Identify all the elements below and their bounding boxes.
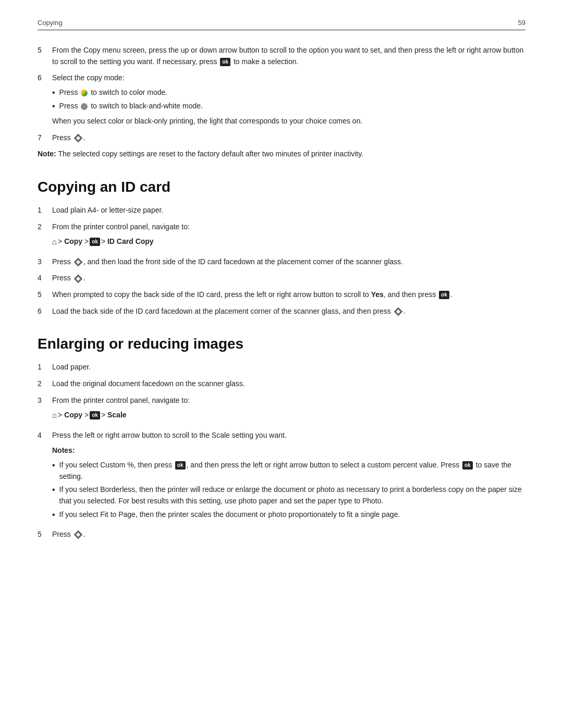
ok-button-icon: ok: [439, 291, 449, 299]
step-number: 5: [38, 289, 52, 301]
step-content: Press .: [52, 132, 525, 144]
step-number: 3: [38, 395, 52, 425]
bullet-dot: •: [52, 484, 55, 496]
step-number: 2: [38, 221, 52, 251]
notes-label: Notes:: [52, 445, 525, 456]
step-content: When prompted to copy the back side of t…: [52, 289, 525, 301]
step-number: 1: [38, 362, 52, 373]
bullet-text: If you select Fit to Page, then the prin…: [59, 509, 400, 521]
step-number: 5: [38, 529, 52, 540]
bullet-dot: •: [52, 509, 55, 521]
nav-copy: Copy: [62, 410, 84, 421]
section2-steps-list: 1 Load paper. 2 Load the original docume…: [38, 362, 525, 540]
step-content: Select the copy mode: • Press to switch …: [52, 72, 525, 127]
intro-steps-list: 5 From the Copy menu screen, press the u…: [38, 45, 525, 143]
intro-note: Note: The selected copy settings are res…: [38, 149, 525, 160]
step-number: 6: [38, 306, 52, 317]
start-icon: [394, 307, 402, 316]
ok-button-icon: ok: [90, 411, 100, 419]
step-content: From the printer control panel, navigate…: [52, 221, 525, 251]
list-item: 1 Load plain A4- or letter-size paper.: [38, 205, 525, 216]
list-item: 5 When prompted to copy the back side of…: [38, 289, 525, 301]
list-item: 6 Select the copy mode: • Press to switc…: [38, 72, 525, 127]
step-content: From the printer control panel, navigate…: [52, 395, 525, 425]
nav-idcardcopy: ID Card Copy: [105, 236, 154, 248]
start-icon: [74, 258, 82, 266]
bullet-item: • If you select Custom %, then press ok,…: [52, 460, 525, 482]
start-icon: [74, 530, 82, 539]
list-item: 5 From the Copy menu screen, press the u…: [38, 45, 525, 67]
ok-button-icon: ok: [175, 461, 186, 470]
home-icon: ⌂: [52, 409, 57, 421]
bullet-dot: •: [52, 87, 55, 98]
list-item: 6 Load the back side of the ID card face…: [38, 306, 525, 317]
list-item: 2 Load the original document facedown on…: [38, 378, 525, 390]
bullet-dot: •: [52, 101, 55, 112]
bullet-item: • If you select Fit to Page, then the pr…: [52, 509, 525, 521]
step-number: 1: [38, 205, 52, 216]
start-icon: [74, 134, 82, 142]
step-content: Load the back side of the ID card facedo…: [52, 306, 525, 317]
nav-copy: Copy: [62, 236, 84, 248]
list-item: 4 Press the left or right arrow button t…: [38, 430, 525, 524]
step-number: 3: [38, 256, 52, 268]
bullet-text: If you select Borderless, then the print…: [59, 484, 525, 507]
ok-button-icon: ok: [220, 58, 230, 66]
section1-title: Copying an ID card: [38, 179, 525, 195]
bullet-text: Press to switch to color mode.: [59, 87, 168, 98]
bullet-list: • Press to switch to color mode. • Press…: [52, 87, 525, 113]
section2-title: Enlarging or reducing images: [38, 336, 525, 352]
step-number: 5: [38, 45, 52, 67]
notes-bullet-list: • If you select Custom %, then press ok,…: [52, 460, 525, 521]
home-icon: ⌂: [52, 236, 57, 248]
section1-steps-list: 1 Load plain A4- or letter-size paper. 2…: [38, 205, 525, 317]
nav-scale: Scale: [105, 410, 126, 421]
step-content: From the Copy menu screen, press the up …: [52, 45, 525, 67]
step-number: 2: [38, 378, 52, 390]
step-number: 6: [38, 72, 52, 127]
list-item: 3 Press , and then load the front side o…: [38, 256, 525, 268]
list-item: 7 Press .: [38, 132, 525, 144]
bullet-item: • If you select Borderless, then the pri…: [52, 484, 525, 507]
step-content: Load the original document facedown on t…: [52, 378, 525, 390]
bullet-text: Press to switch to black-and-white mode.: [59, 101, 203, 112]
color-icon: [81, 90, 88, 96]
list-item: 5 Press .: [38, 529, 525, 540]
list-item: 4 Press .: [38, 273, 525, 284]
bullet-text: If you select Custom %, then press ok, a…: [59, 460, 525, 482]
step-content: Press the left or right arrow button to …: [52, 430, 525, 524]
start-icon: [74, 275, 82, 283]
step-number: 4: [38, 273, 52, 284]
nav-line: ⌂ > Copy > ok > Scale: [52, 409, 525, 421]
step-number: 4: [38, 430, 52, 524]
list-item: 1 Load paper.: [38, 362, 525, 373]
gray-icon: [81, 103, 88, 110]
header-title: Copying: [38, 19, 63, 27]
bullet-item: • Press to switch to black-and-white mod…: [52, 101, 525, 112]
nav-line: ⌂ > Copy > ok > ID Card Copy: [52, 236, 525, 248]
step-content: Load paper.: [52, 362, 525, 373]
ok-button-icon: ok: [462, 461, 473, 470]
ok-button-icon: ok: [90, 238, 100, 246]
header-page-number: 59: [518, 19, 525, 27]
bullet-dot: •: [52, 460, 55, 471]
page-header: Copying 59: [38, 19, 525, 30]
list-item: 2 From the printer control panel, naviga…: [38, 221, 525, 251]
bullet-item: • Press to switch to color mode.: [52, 87, 525, 98]
page: Copying 59 5 From the Copy menu screen, …: [0, 0, 563, 728]
list-item: 3 From the printer control panel, naviga…: [38, 395, 525, 425]
step-content: Load plain A4- or letter-size paper.: [52, 205, 525, 216]
step-content: Press .: [52, 529, 525, 540]
step-content: Press .: [52, 273, 525, 284]
step-number: 7: [38, 132, 52, 144]
step-content: Press , and then load the front side of …: [52, 256, 525, 268]
